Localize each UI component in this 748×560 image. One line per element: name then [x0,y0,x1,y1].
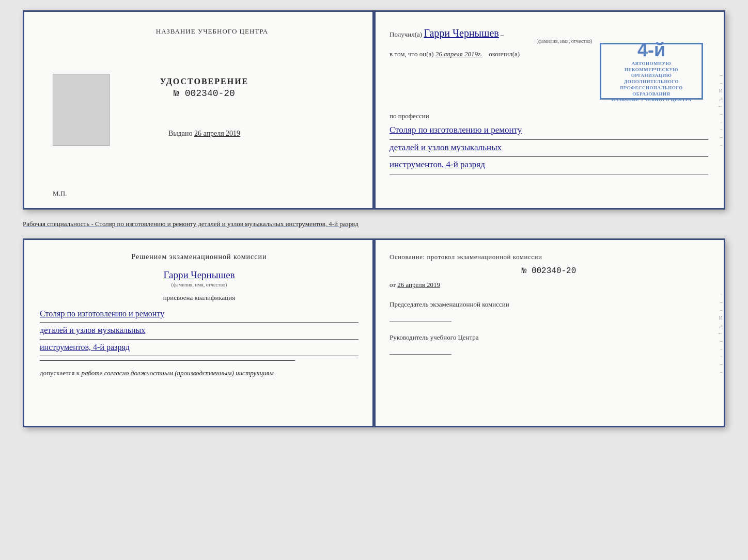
side-dash: – [715,361,723,367]
osnovanie-block: Основание: протокол экзаменационной коми… [389,253,708,261]
profession-block: Столяр по изготовлению и ремонту деталей… [389,122,708,174]
stamp-4y: 4-й [637,39,665,61]
side-dash: – [715,354,723,359]
dopusk-label: допускается к [40,369,80,377]
side-dash: – [715,299,723,305]
left-page-title: НАЗВАНИЕ УЧЕБНОГО ЦЕНТРА [66,27,359,36]
protocol-number-prefix: № [522,266,527,276]
ot-date-block: от 26 апреля 2019 [389,281,708,289]
stamp-org-line3: " НАЗВАНИЕ УЧЕБНОГО ЦЕНТРА " [607,97,695,103]
po-professii-label: по профессии [389,112,708,120]
bottom-right-side-decorations: – – – И ,а ← – – – – – [715,240,724,426]
bottom-left-page: Решением экзаменационной комиссии Гарри … [24,240,374,426]
rukovoditel-signature-line [389,346,451,355]
side-dash: – [715,72,723,78]
top-document-spread: НАЗВАНИЕ УЧЕБНОГО ЦЕНТРА УДОСТОВЕРЕНИЕ №… [23,10,725,210]
vydano-label: Выдано [168,130,193,137]
stamp-org-line1: АВТОНОМНУЮ НЕКОММЕРЧЕСКУЮ ОРГАНИЗАЦИЮ [604,61,698,79]
side-dash: ,а [715,323,723,328]
profession-line2: деталей и узлов музыкальных [389,140,708,157]
predsedatel-signature-line [389,314,451,322]
top-left-page: НАЗВАНИЕ УЧЕБНОГО ЦЕНТРА УДОСТОВЕРЕНИЕ №… [24,12,374,208]
predsedatel-label: Председатель экзаменационной комиссии [389,300,509,308]
right-side-decorations: – – И ,а ← – – – – – [715,12,724,208]
side-dash: – [715,142,723,148]
side-dash: – [715,111,723,117]
rukovoditel-label: Руководитель учебного Центра [389,333,479,341]
side-dash: – [715,369,723,375]
vtom-label: в том, что он(а) [389,50,434,58]
profession-line1: Столяр по изготовлению и ремонту [389,122,708,140]
protocol-number: 002340-20 [532,266,576,276]
predsedatel-block: Председатель экзаменационной комиссии [389,299,708,322]
stamp-overlay: 4-й АВТОНОМНУЮ НЕКОММЕРЧЕСКУЮ ОРГАНИЗАЦИ… [600,43,703,100]
side-dash: – [715,346,723,351]
side-dash: ← [715,330,723,336]
side-dash: – [715,292,723,297]
bottom-profession-line1: Столяр по изготовлению и ремонту [40,306,359,323]
bottom-right-page: Основание: протокол экзаменационной коми… [374,240,724,426]
side-dash: – [715,134,723,140]
number-prefix: № [174,88,179,99]
rukovoditel-block: Руководитель учебного Центра [389,332,708,355]
photo-placeholder [53,74,110,146]
vydano-date: 26 апреля 2019 [194,130,240,137]
side-dash: И [715,315,723,321]
dopusk-block: допускается к работе согласно должностны… [40,369,359,377]
stamp-org-line2: ДОПОЛНИТЕЛЬНОГО ПРОФЕССИОНАЛЬНОГО ОБРАЗО… [604,79,698,97]
bottom-document-spread: Решением экзаменационной комиссии Гарри … [23,238,725,427]
side-dash: ,а [715,95,723,101]
ot-date-value: 26 апреля 2019 [397,281,440,289]
ot-prefix: от [389,281,396,289]
side-dash: – [715,80,723,86]
top-right-page: 4-й АВТОНОМНУЮ НЕКОММЕРЧЕСКУЮ ОРГАНИЗАЦИ… [374,12,724,208]
poluchil-label: Получил(а) [389,30,422,38]
bottom-name-block: Гарри Чернышев (фамилия, имя, отчество) [40,269,359,287]
mp-label: М.П. [53,189,67,198]
udostoverenie-number-value: 002340-20 [185,88,235,99]
specialist-text: Рабочая специальность - Столяр по изгото… [23,218,725,230]
side-dash: – [715,307,723,313]
bottom-name: Гарри Чернышев [40,269,359,281]
prisvoyena-label: присвоена квалификация [40,294,359,302]
nomer-protocol: № 002340-20 [389,266,708,276]
dopusk-value: работе согласно должностным (производств… [81,369,273,377]
bottom-profession-line3: инструментов, 4-й разряд [40,340,359,356]
side-dash: – [715,338,723,344]
bottom-profession-line2: деталей и узлов музыкальных [40,323,359,339]
resheniem-title: Решением экзаменационной комиссии [40,253,359,261]
bottom-profession-block: Столяр по изготовлению и ремонту деталей… [40,306,359,356]
okonchil-label: окончил(а) [489,50,520,58]
vtom-date: 26 апреля 2019г. [435,50,482,58]
profession-line3: инструментов, 4-й разряд [389,157,708,174]
fio-subtitle: (фамилия, имя, отчество) [40,282,359,287]
side-dash: – [715,119,723,124]
side-dash: ← [715,103,723,109]
side-dash: И [715,88,723,93]
poluchil-name: Гарри Чернышев [424,27,498,39]
side-dash: – [715,126,723,132]
